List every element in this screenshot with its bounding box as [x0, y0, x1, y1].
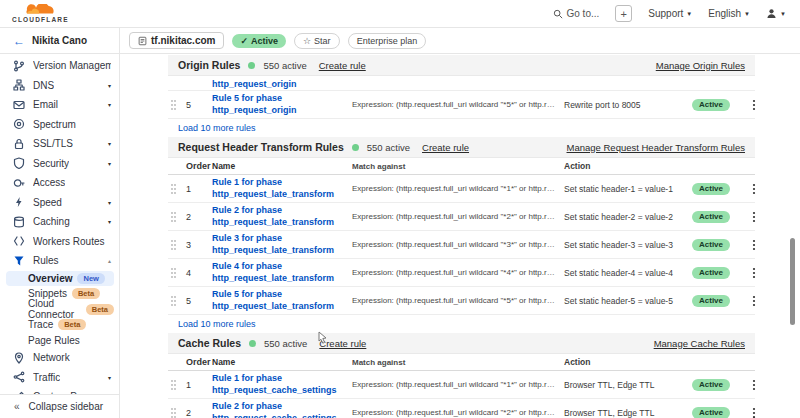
sidebar-item-network[interactable]: Network — [0, 348, 119, 368]
sidebar-item-label: Rules — [33, 255, 59, 266]
drag-handle[interactable] — [170, 239, 186, 251]
drag-handle[interactable] — [170, 99, 186, 111]
manage-rules-link[interactable]: Manage Request Header Transform Rules — [567, 142, 745, 153]
email-icon — [13, 99, 25, 111]
rule-name-line2: http_request_late_transform — [212, 217, 352, 229]
drag-handle[interactable] — [170, 211, 186, 223]
sidebar-item-access[interactable]: Access — [0, 173, 119, 193]
plan-badge: Enterprise plan — [348, 33, 427, 49]
sidebar-item-email[interactable]: Email ▾ — [0, 95, 119, 115]
shield-icon — [13, 157, 25, 169]
chevron-down-icon: ▾ — [108, 101, 111, 108]
rule-kebab-menu-button[interactable] — [740, 239, 756, 251]
sidebar-item-caching[interactable]: Caching ▾ — [0, 212, 119, 232]
sidebar-item-cloud-connector[interactable]: Cloud Connector Beta — [6, 302, 114, 318]
chevron-down-icon: ▾ — [108, 374, 111, 381]
collapse-sidebar-button[interactable]: « Collapse sidebar — [0, 394, 119, 418]
drag-handle[interactable] — [170, 407, 186, 418]
drag-handle[interactable] — [170, 267, 186, 279]
rule-row: 5 Rule 5 for phase http_request_late_tra… — [168, 287, 755, 315]
language-menu[interactable]: English ▼ — [708, 8, 750, 19]
rule-kebab-menu-button[interactable] — [740, 407, 756, 418]
rule-kebab-menu-button[interactable] — [740, 379, 756, 391]
sidebar-item-dns[interactable]: DNS ▾ — [0, 76, 119, 96]
caching-icon — [13, 216, 25, 228]
rule-name-link[interactable]: Rule 1 for phase http_request_late_trans… — [212, 177, 352, 200]
drag-handle[interactable] — [170, 379, 186, 391]
create-rule-link[interactable]: Create rule — [319, 338, 366, 349]
load-more-rules-link[interactable]: Load 10 more rules — [168, 315, 755, 333]
goto-search[interactable]: Go to... — [553, 8, 600, 19]
manage-rules-link[interactable]: Manage Origin Rules — [656, 60, 745, 71]
language-label: English — [708, 8, 741, 19]
clipped-rule-name[interactable]: http_request_origin — [212, 79, 297, 89]
rule-name-link[interactable]: Rule 5 for phase http_request_late_trans… — [212, 289, 352, 312]
rule-status-badge: Active — [692, 99, 730, 111]
active-count: 550 active — [367, 142, 410, 153]
rule-rows: 1 Rule 1 for phase http_request_cache_se… — [168, 371, 755, 418]
drag-handle[interactable] — [170, 183, 186, 195]
create-rule-link[interactable]: Create rule — [422, 142, 469, 153]
chevron-down-icon: ▾ — [108, 218, 111, 225]
drag-handle[interactable] — [170, 295, 186, 307]
sidebar-item-version-management[interactable]: Version Management — [0, 56, 119, 76]
sidebar: Version Management DNS ▾ Email ▾ Spectru… — [0, 54, 120, 418]
rule-kebab-menu-button[interactable] — [740, 211, 756, 223]
sidebar-item-label: Security — [33, 158, 69, 169]
rule-status-badge: Active — [692, 211, 730, 223]
sidebar-item-workers-routes[interactable]: Workers Routes — [0, 232, 119, 252]
rule-name-line2: http_request_cache_settings — [212, 385, 352, 397]
support-menu[interactable]: Support ▼ — [648, 8, 692, 19]
rule-action: Set static header-4 = value-4 — [564, 268, 692, 278]
vertical-scrollbar-thumb[interactable] — [790, 238, 795, 325]
sidebar-item-traffic[interactable]: Traffic ▾ — [0, 368, 119, 388]
load-more-rules-link[interactable]: Load 10 more rules — [168, 119, 755, 137]
rule-match-expression: Expression: (http.request.full_uri wildc… — [352, 240, 564, 249]
rule-name-line2: http_request_late_transform — [212, 189, 352, 201]
rule-order: 2 — [186, 408, 212, 418]
rule-name-link[interactable]: Rule 2 for phase http_request_cache_sett… — [212, 401, 352, 418]
add-site-button[interactable]: + — [615, 5, 632, 22]
chevron-down-icon: ▾ — [108, 140, 111, 147]
rule-name-link[interactable]: Rule 2 for phase http_request_late_trans… — [212, 205, 352, 228]
sidebar-item-overview[interactable]: Overview New — [6, 271, 114, 287]
sidebar-item-label: Workers Routes — [33, 236, 105, 247]
sidebar-item-ssl-tls[interactable]: SSL/TLS ▾ — [0, 134, 119, 154]
sidebar-item-security[interactable]: Security ▾ — [0, 154, 119, 174]
rule-name-link[interactable]: Rule 4 for phase http_request_late_trans… — [212, 261, 352, 284]
sidebar-item-speed[interactable]: Speed ▾ — [0, 193, 119, 213]
new-badge: New — [77, 273, 104, 284]
sidebar-item-label: Access — [33, 177, 65, 188]
rule-action: Browser TTL, Edge TTL — [564, 408, 692, 418]
sidebar-item-rules[interactable]: Rules ▴ — [0, 251, 119, 271]
domain-selector[interactable]: tf.nikitac.com — [129, 32, 224, 49]
manage-rules-link[interactable]: Manage Cache Rules — [654, 338, 745, 349]
rule-kebab-menu-button[interactable] — [740, 295, 756, 307]
rule-action: Set static header-1 = value-1 — [564, 184, 692, 194]
rule-name-link[interactable]: Rule 1 for phase http_request_cache_sett… — [212, 373, 352, 396]
rule-kebab-menu-button[interactable] — [740, 267, 756, 279]
rule-name-link[interactable]: Rule 5 for phase http_request_origin — [212, 93, 352, 116]
sidebar-item-label: DNS — [33, 80, 54, 91]
rule-status-badge: Active — [692, 267, 730, 279]
cloudflare-logo[interactable]: CLOUDFLARE — [12, 4, 69, 24]
rule-kebab-menu-button[interactable] — [740, 99, 756, 111]
sidebar-item-spectrum[interactable]: Spectrum — [0, 115, 119, 135]
plan-label: Enterprise plan — [357, 36, 418, 46]
rule-order: 5 — [186, 100, 212, 110]
user-menu[interactable]: ▼ — [766, 8, 786, 19]
create-rule-link[interactable]: Create rule — [319, 60, 366, 71]
rule-order: 1 — [186, 184, 212, 194]
sidebar-item-trace[interactable]: Trace Beta — [6, 317, 114, 333]
sidebar-item-page-rules[interactable]: Page Rules — [6, 333, 114, 349]
back-arrow-icon[interactable]: ← — [13, 34, 25, 48]
rule-match-expression: Expression: (http.request.full_uri wildc… — [352, 212, 564, 221]
rule-name-link[interactable]: Rule 3 for phase http_request_late_trans… — [212, 233, 352, 256]
sidebar-item-label: Network — [33, 352, 70, 363]
rule-kebab-menu-button[interactable] — [740, 183, 756, 195]
sidebar-item-custom-pages[interactable]: Custom Pages — [0, 387, 119, 394]
rule-status-badge: Active — [692, 239, 730, 251]
star-button[interactable]: ☆ Star — [294, 33, 340, 49]
network-icon — [13, 352, 25, 364]
rule-name-line1: Rule 1 for phase — [212, 373, 352, 385]
